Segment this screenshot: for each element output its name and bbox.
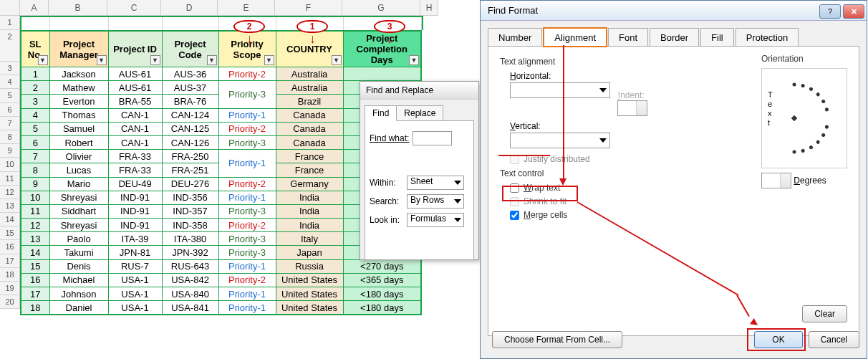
cell-id[interactable]: JPN-81 [108,246,162,259]
row-5[interactable]: 5 [0,89,20,102]
cell-id[interactable]: IND-91 [108,204,162,218]
tab-border[interactable]: Border [650,28,699,47]
cell-cty[interactable]: United States [276,287,343,301]
cell-cty[interactable]: United States [276,301,343,315]
orientation-dial-icon[interactable] [787,77,841,160]
cell-pm[interactable]: Robert [49,135,108,149]
cell-id[interactable]: USA-1 [108,273,162,287]
row-4[interactable]: 4 [0,75,20,89]
row-12[interactable]: 12 [0,186,20,199]
cell-code[interactable]: USA-840 [162,287,218,301]
merge-checkbox[interactable] [510,211,519,220]
cell-pm[interactable]: Mario [49,177,108,191]
cell-code[interactable]: IND-357 [162,204,218,218]
row-16[interactable]: 16 [0,240,20,254]
row-18[interactable]: 18 [0,268,20,282]
cell-sl[interactable]: 15 [21,259,49,273]
cell-cty[interactable]: United States [276,273,343,287]
filter-icon[interactable]: ▼ [38,55,48,65]
row-8[interactable]: 8 [0,130,20,144]
cell-sl[interactable]: 4 [21,108,49,122]
filter-icon[interactable]: ▼ [97,55,107,65]
cell-pm[interactable]: Paolo [49,232,108,246]
col-F[interactable]: F [275,0,342,15]
cell-pm[interactable]: Siddhart [49,204,108,218]
search-select[interactable]: By Rows [407,194,464,209]
cell-code[interactable]: ITA-380 [162,232,218,246]
cell-ps[interactable]: Priority-3 [218,135,276,149]
cell-days[interactable]: <365 days [343,273,421,287]
cell-cty[interactable]: France [276,163,343,177]
cell-cty[interactable]: Canada [276,108,343,122]
row-9[interactable]: 9 [0,144,20,158]
cell-ps[interactable]: Priority-3 [218,232,276,246]
cell-cty[interactable]: Japan [276,246,343,259]
cell-code[interactable]: CAN-124 [162,108,218,122]
cell-id[interactable]: AUS-61 [108,81,162,95]
row-19[interactable]: 19 [0,282,20,295]
col-G[interactable]: G [342,0,420,15]
row-15[interactable]: 15 [0,226,20,240]
cell-sl[interactable]: 10 [21,191,49,204]
cell-cty[interactable]: Canada [276,135,343,149]
filter-icon[interactable]: ▼ [332,55,342,65]
cell-pm[interactable]: Michael [49,273,108,287]
tab-number[interactable]: Number [488,28,542,47]
cell-ps[interactable]: Priority-1 [218,108,276,122]
cancel-button[interactable]: Cancel [809,331,859,348]
find-format-dialog[interactable]: Find Format ? ✕ Number Alignment Font Bo… [480,0,867,359]
row-2[interactable]: 2 [0,30,20,62]
merged-top-row[interactable] [20,16,423,30]
cell-pm[interactable]: Johnson [49,287,108,301]
cell-code[interactable]: USA-841 [162,301,218,315]
col-A[interactable]: A [20,0,49,15]
cell-sl[interactable]: 17 [21,287,49,301]
cell-sl[interactable]: 2 [21,81,49,95]
tab-protection[interactable]: Protection [736,28,799,47]
cell-cty[interactable]: India [276,219,343,232]
row-7[interactable]: 7 [0,117,20,130]
choose-format-button[interactable]: Choose Format From Cell... [492,331,622,348]
tab-replace[interactable]: Replace [396,105,443,121]
cell-sl[interactable]: 7 [21,150,49,163]
cell-sl[interactable]: 8 [21,163,49,177]
cell-code[interactable]: JPN-392 [162,246,218,259]
cell-code[interactable]: CAN-125 [162,122,218,135]
col-E[interactable]: E [218,0,275,15]
cell-id[interactable]: ITA-39 [108,232,162,246]
cell-cty[interactable]: Germany [276,177,343,191]
cell-sl[interactable]: 3 [21,95,49,108]
cell-pm[interactable]: Takumi [49,246,108,259]
cell-pm[interactable]: Olivier [49,150,108,163]
cell-cty[interactable]: Australia [276,81,343,95]
cell-pm[interactable]: Shreyasi [49,191,108,204]
cell-ps[interactable]: Priority-1 [218,301,276,315]
cell-ps[interactable]: Priority-1 [218,287,276,301]
cell-code[interactable]: CAN-126 [162,135,218,149]
indent-spinner[interactable] [617,100,647,116]
cell-sl[interactable]: 6 [21,135,49,149]
cell-cty[interactable]: Brazil [276,95,343,108]
cell-id[interactable]: IND-91 [108,219,162,232]
vertical-combo[interactable] [510,133,610,148]
cell-id[interactable]: RUS-7 [108,259,162,273]
cell-pm[interactable]: Shreyasi [49,219,108,232]
find-what-input[interactable] [413,131,452,145]
cell-code[interactable]: RUS-643 [162,259,218,273]
table-row[interactable]: 17JohnsonUSA-1USA-840Priority-1United St… [21,287,421,301]
horizontal-combo[interactable] [510,82,610,98]
col-C[interactable]: C [107,0,161,15]
row-20[interactable]: 20 [0,295,20,309]
help-button[interactable]: ? [819,4,841,19]
cell-pm[interactable]: Daniel [49,301,108,315]
ok-button[interactable]: OK [754,331,802,348]
col-H[interactable]: H [420,0,438,15]
cell-cty[interactable]: Canada [276,122,343,135]
cell-pm[interactable]: Samuel [49,122,108,135]
cell-ps[interactable]: Priority-2 [218,219,276,232]
filter-icon[interactable]: ▼ [409,55,419,65]
cell-code[interactable]: AUS-37 [162,81,218,95]
cell-id[interactable]: FRA-33 [108,150,162,163]
cell-code[interactable]: FRA-250 [162,150,218,163]
cell-id[interactable]: USA-1 [108,301,162,315]
